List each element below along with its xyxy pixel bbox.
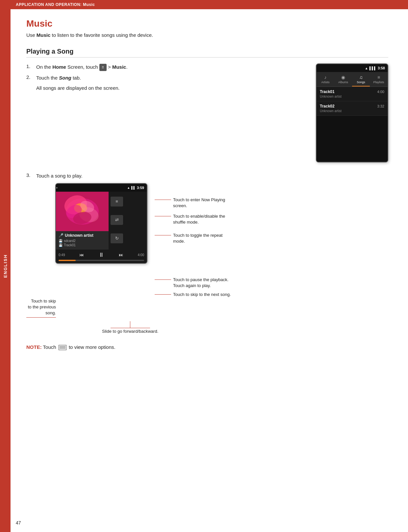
song-1-artist: Unknown artist xyxy=(320,95,384,98)
step-3-num: 3. xyxy=(26,172,36,178)
step-2-text: Touch the Song tab. xyxy=(36,74,81,82)
annot-next: Touch to skip to the next song. xyxy=(155,292,231,298)
shuffle-btn[interactable]: ⇄ xyxy=(111,215,123,225)
note-text-2: to view more options. xyxy=(69,344,115,350)
songs-icon: ♫ xyxy=(359,75,363,80)
tab-albums-label: Albums xyxy=(338,81,348,84)
tab-songs[interactable]: ♫ Songs xyxy=(352,72,370,86)
annot-line-slide-v xyxy=(130,321,130,328)
step-3-diagram: ● ▲ ▌▌ 3:59 xyxy=(26,183,270,334)
album-art-svg xyxy=(56,192,109,231)
pause-btn[interactable]: ⏸ xyxy=(98,252,104,258)
shuffle-icon: ⇄ xyxy=(115,217,119,222)
player-source-row-2: 💾 Track01 xyxy=(59,243,106,247)
player-controls-right: ≡ ⇄ ↻ xyxy=(109,192,147,250)
controls-row: 0:49 ⏮ ⏸ ⏭ 4:00 xyxy=(59,252,144,258)
tab-playlists[interactable]: ≡ Playlists xyxy=(370,72,388,86)
list-icon: ≡ xyxy=(115,199,118,204)
album-art-inner xyxy=(56,192,109,231)
tab-artists[interactable]: ♪ Artists xyxy=(317,72,334,86)
sidebar: ENGLISH xyxy=(0,0,11,532)
playlists-icon: ≡ xyxy=(377,75,380,80)
status-bar-2: ● ▲ ▌▌ 3:59 xyxy=(56,184,147,192)
step-1-text: On the Home Screen, touch ⠿ > Music. xyxy=(36,63,128,71)
intro-text: Use Music to listen to the favorite song… xyxy=(26,32,388,38)
sdcard-icon: 💾 xyxy=(59,239,63,243)
signal-icon-2: ▌▌ xyxy=(131,186,136,189)
page-title: Music xyxy=(26,18,388,29)
prev-btn[interactable]: ⏮ xyxy=(79,252,84,257)
annot-text-prev: Touch to skip to the previous song. xyxy=(26,298,56,316)
step-3-section: 3. Touch a song to play. ● ▲ ▌▌ 3:59 xyxy=(26,172,388,334)
repeat-btn[interactable]: ↻ xyxy=(111,233,123,243)
annot-text-shuffle: Touch to enable/disable the shuffle mode… xyxy=(173,213,232,225)
annot-slide: Slide to go forward/backward. xyxy=(102,321,158,334)
annot-line-pause xyxy=(155,279,171,280)
song-2-artist: Unknown artist xyxy=(320,109,384,113)
annot-shuffle: Touch to enable/disable the shuffle mode… xyxy=(155,213,232,225)
status-time-2: 3:59 xyxy=(137,186,144,190)
signal-icon: ▌▌▌ xyxy=(370,66,376,70)
progress-bar[interactable] xyxy=(59,260,144,261)
microphone-icon: 🎤 xyxy=(59,233,64,238)
tab-playlists-label: Playlists xyxy=(373,81,384,84)
annot-text-slide: Slide to go forward/backward. xyxy=(102,329,158,334)
phone-screen-2-body: ● ▲ ▌▌ 3:59 xyxy=(55,183,147,264)
annot-text-repeat: Touch to toggle the repeat mode. xyxy=(173,232,232,244)
wifi-icon-2: ▲ xyxy=(127,186,130,189)
annot-text-next: Touch to skip to the next song. xyxy=(173,292,231,298)
track-icon: 💾 xyxy=(59,243,63,247)
next-btn[interactable]: ⏭ xyxy=(119,252,123,257)
annot-line-repeat xyxy=(155,235,171,235)
step-1-num: 1. xyxy=(26,63,36,69)
sidebar-label: ENGLISH xyxy=(3,254,8,278)
player-info: 🎤 Unknown artist 💾 sdcard2 💾 Track01 xyxy=(56,231,109,250)
progress-bar-fill xyxy=(59,260,76,261)
player-source-row-1: 💾 sdcard2 xyxy=(59,239,106,243)
step-2-num: 2. xyxy=(26,74,36,80)
note-label: NOTE: xyxy=(26,344,42,350)
status-bar-1: ▲ ▌▌▌ 3:58 xyxy=(317,64,388,72)
albums-icon: ◉ xyxy=(341,75,345,80)
annot-line-prev xyxy=(26,317,56,318)
time-total: 4:00 xyxy=(138,253,144,257)
step-3: 3. Touch a song to play. xyxy=(26,172,388,180)
player-main-area: 🎤 Unknown artist 💾 sdcard2 💾 Track01 xyxy=(56,192,147,250)
steps-1-2-container: 1. On the Home Screen, touch ⠿ > Music. … xyxy=(26,63,388,162)
player-source-2: Track01 xyxy=(64,243,76,247)
song-list-empty xyxy=(317,116,388,162)
wifi-icon: ▲ xyxy=(365,66,368,70)
tab-songs-label: Songs xyxy=(357,81,365,84)
song-item-2[interactable]: Track02 3:32 Unknown artist xyxy=(317,101,388,116)
song-2-title: Track02 xyxy=(320,104,335,109)
page-number: 47 xyxy=(16,520,21,525)
repeat-icon: ↻ xyxy=(115,236,119,241)
annot-line-slide-h xyxy=(111,328,150,328)
time-elapsed: 0:49 xyxy=(59,253,65,257)
album-art-image xyxy=(56,192,109,231)
step-2: 2. Touch the Song tab. xyxy=(26,74,306,82)
artists-icon: ♪ xyxy=(324,75,327,80)
phone-screen-1-body: ▲ ▌▌▌ 3:58 ♪ Artists ◉ Albums ♫ xyxy=(316,63,388,162)
phone-screenshot-1: ▲ ▌▌▌ 3:58 ♪ Artists ◉ Albums ♫ xyxy=(316,63,388,162)
song-1-duration: 4:00 xyxy=(377,90,384,94)
player-album-art: 🎤 Unknown artist 💾 sdcard2 💾 Track01 xyxy=(56,192,109,250)
top-bar-text: APPLICATION AND OPERATION: Music xyxy=(16,2,95,7)
annot-repeat: Touch to toggle the repeat mode. xyxy=(155,232,232,244)
music-tabs[interactable]: ♪ Artists ◉ Albums ♫ Songs ≡ Playlists xyxy=(317,72,388,87)
note-text: Touch xyxy=(43,344,58,350)
annot-text-pause: Touch to pause the playback.Touch again … xyxy=(173,277,228,289)
annot-prev: Touch to skip to the previous song. xyxy=(26,298,56,318)
song-1-title: Track01 xyxy=(320,89,335,94)
menu-lines-icon xyxy=(60,346,65,347)
annot-line-next xyxy=(155,294,171,295)
steps-left: 1. On the Home Screen, touch ⠿ > Music. … xyxy=(26,63,306,162)
tab-albums[interactable]: ◉ Albums xyxy=(334,72,352,86)
song-2-duration: 3:32 xyxy=(377,104,384,108)
song-item-1[interactable]: Track01 4:00 Unknown artist xyxy=(317,87,388,101)
annot-pause: Touch to pause the playback.Touch again … xyxy=(155,277,228,289)
top-bar: APPLICATION AND OPERATION: Music xyxy=(11,0,408,9)
now-playing-btn[interactable]: ≡ xyxy=(111,197,123,206)
annot-line-now-playing xyxy=(155,200,171,200)
player-artist-name: Unknown artist xyxy=(65,233,93,238)
